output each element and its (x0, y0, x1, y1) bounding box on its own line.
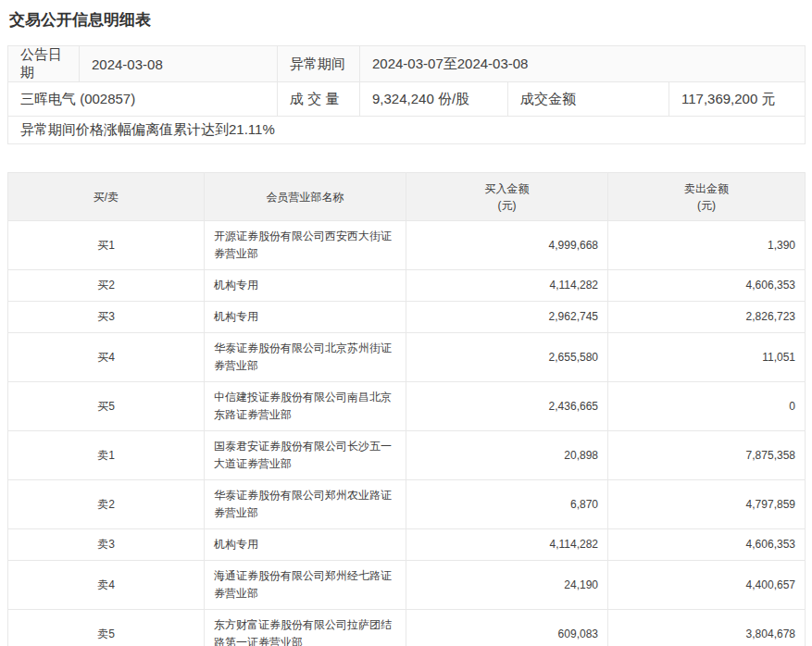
buy-amount-cell: 20,898 (406, 431, 608, 480)
col-header-sell-amount-unit: (元) (618, 197, 795, 214)
sell-amount-cell: 0 (608, 382, 806, 431)
sell-amount-cell: 2,826,723 (608, 302, 806, 333)
summary-row-dates: 公告日期 2024-03-08 异常期间 2024-03-07至2024-03-… (8, 46, 806, 82)
detail-table: 买/卖 会员营业部名称 买入金额 (元) 卖出金额 (元) 买1 开源证券股份有… (7, 172, 806, 646)
broker-name-cell: 机构专用 (205, 270, 406, 302)
table-row: 买3 机构专用 2,962,745 2,826,723 (8, 302, 806, 333)
sell-amount-cell: 3,804,678 (608, 610, 806, 646)
abnormal-period-label: 异常期间 (278, 46, 360, 82)
col-header-buy-amount: 买入金额 (元) (406, 173, 608, 221)
table-row: 卖3 机构专用 4,114,282 4,606,353 (8, 529, 806, 561)
table-row: 卖4 海通证券股份有限公司郑州经七路证券营业部 24,190 4,400,657 (8, 561, 806, 610)
rank-cell: 买5 (8, 382, 205, 431)
buy-amount-cell: 4,114,282 (406, 270, 608, 302)
deviation-note: 异常期间价格涨幅偏离值累计达到21.11% (8, 117, 806, 144)
table-row: 买4 华泰证券股份有限公司北京苏州街证券营业部 2,655,580 11,051 (8, 333, 806, 382)
volume-value: 9,324,240 份/股 (360, 82, 508, 117)
buy-amount-cell: 2,436,665 (406, 382, 608, 431)
summary-table: 公告日期 2024-03-08 异常期间 2024-03-07至2024-03-… (7, 45, 806, 144)
rank-cell: 卖1 (8, 431, 205, 480)
rank-cell: 卖3 (8, 529, 205, 561)
col-header-buy-sell: 买/卖 (8, 173, 205, 221)
buy-amount-cell: 4,999,668 (406, 221, 608, 270)
col-header-sell-amount: 卖出金额 (元) (608, 173, 806, 221)
sell-amount-cell: 4,400,657 (608, 561, 806, 610)
table-row: 卖5 东方财富证券股份有限公司拉萨团结路第一证券营业部 609,083 3,80… (8, 610, 806, 646)
buy-amount-cell: 4,114,282 (406, 529, 608, 561)
table-row: 买5 中信建投证券股份有限公司南昌北京东路证券营业部 2,436,665 0 (8, 382, 806, 431)
sell-amount-cell: 4,797,859 (608, 480, 806, 529)
broker-name-cell: 机构专用 (205, 529, 406, 561)
buy-amount-cell: 2,962,745 (406, 302, 608, 333)
rank-cell: 卖2 (8, 480, 205, 529)
table-row: 买2 机构专用 4,114,282 4,606,353 (8, 270, 806, 302)
table-row: 买1 开源证券股份有限公司西安西大街证券营业部 4,999,668 1,390 (8, 221, 806, 270)
broker-name-cell: 中信建投证券股份有限公司南昌北京东路证券营业部 (205, 382, 406, 431)
turnover-label: 成交金额 (508, 82, 669, 117)
rank-cell: 买2 (8, 270, 205, 302)
table-row: 卖2 华泰证券股份有限公司郑州农业路证券营业部 6,870 4,797,859 (8, 480, 806, 529)
broker-name-cell: 机构专用 (205, 302, 406, 333)
col-header-sell-amount-title: 卖出金额 (618, 180, 795, 197)
col-header-buy-amount-title: 买入金额 (416, 180, 598, 197)
col-header-buy-amount-unit: (元) (416, 197, 598, 214)
rank-cell: 买4 (8, 333, 205, 382)
sell-amount-cell: 4,606,353 (608, 529, 806, 561)
rank-cell: 卖4 (8, 561, 205, 610)
sell-amount-cell: 4,606,353 (608, 270, 806, 302)
volume-label: 成 交 量 (278, 82, 360, 117)
rank-cell: 卖5 (8, 610, 205, 646)
rank-cell: 买3 (8, 302, 205, 333)
rank-cell: 买1 (8, 221, 205, 270)
buy-amount-cell: 2,655,580 (406, 333, 608, 382)
buy-amount-cell: 6,870 (406, 480, 608, 529)
summary-row-stock: 三晖电气 (002857) 成 交 量 9,324,240 份/股 成交金额 1… (8, 82, 806, 117)
buy-amount-cell: 24,190 (406, 561, 608, 610)
sell-amount-cell: 7,875,358 (608, 431, 806, 480)
broker-name-cell: 华泰证券股份有限公司北京苏州街证券营业部 (205, 333, 406, 382)
buy-amount-cell: 609,083 (406, 610, 608, 646)
sell-amount-cell: 1,390 (608, 221, 806, 270)
stock-name: 三晖电气 (002857) (8, 82, 278, 117)
sell-amount-cell: 11,051 (608, 333, 806, 382)
broker-name-cell: 东方财富证券股份有限公司拉萨团结路第一证券营业部 (205, 610, 406, 646)
broker-name-cell: 华泰证券股份有限公司郑州农业路证券营业部 (205, 480, 406, 529)
summary-row-note: 异常期间价格涨幅偏离值累计达到21.11% (8, 117, 806, 144)
announce-date-value: 2024-03-08 (80, 46, 278, 82)
page-title: 交易公开信息明细表 (9, 11, 805, 30)
announce-date-label: 公告日期 (8, 46, 80, 82)
col-header-broker-name: 会员营业部名称 (205, 173, 406, 221)
detail-header-row: 买/卖 会员营业部名称 买入金额 (元) 卖出金额 (元) (8, 173, 806, 221)
broker-name-cell: 开源证券股份有限公司西安西大街证券营业部 (205, 221, 406, 270)
broker-name-cell: 海通证券股份有限公司郑州经七路证券营业部 (205, 561, 406, 610)
turnover-value: 117,369,200 元 (669, 82, 806, 117)
broker-name-cell: 国泰君安证券股份有限公司长沙五一大道证券营业部 (205, 431, 406, 480)
abnormal-period-value: 2024-03-07至2024-03-08 (360, 46, 806, 82)
table-row: 卖1 国泰君安证券股份有限公司长沙五一大道证券营业部 20,898 7,875,… (8, 431, 806, 480)
